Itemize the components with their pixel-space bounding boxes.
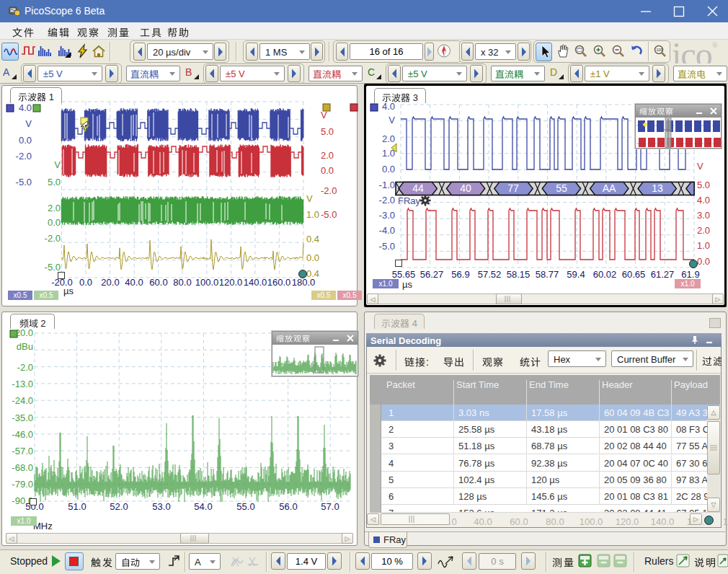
svg-text:40: 40: [460, 182, 471, 194]
svg-text:13: 13: [652, 182, 663, 194]
svg-text:AA: AA: [603, 182, 616, 194]
svg-text:100: 100: [656, 48, 662, 52]
svg-text:44: 44: [412, 182, 424, 194]
svg-text:77: 77: [507, 182, 519, 194]
svg-text:55: 55: [556, 182, 567, 194]
